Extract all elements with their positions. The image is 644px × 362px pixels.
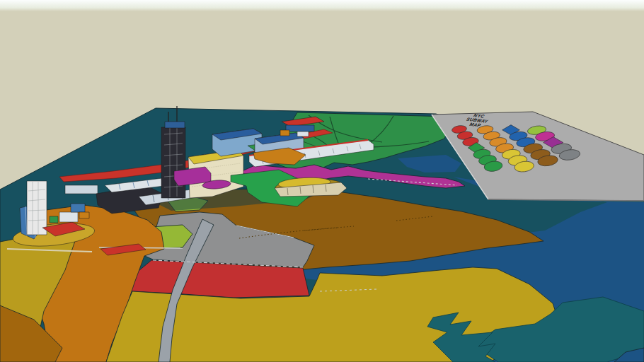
building-row-small <box>65 185 98 194</box>
model-viewport[interactable]: NYC SUBWAY MAP <box>0 0 644 362</box>
building-redblue-body <box>286 125 314 132</box>
model-canvas: NYC SUBWAY MAP <box>0 0 644 362</box>
building-white-tower-left <box>27 181 47 235</box>
building-small-orange <box>79 212 89 218</box>
building-small-2 <box>71 204 85 212</box>
dark-tower-blue-top <box>165 122 185 128</box>
building-small-green <box>50 216 58 223</box>
building-redblue-orange <box>280 130 289 136</box>
building-small-1 <box>59 212 78 222</box>
building-redblue-white <box>297 132 309 136</box>
